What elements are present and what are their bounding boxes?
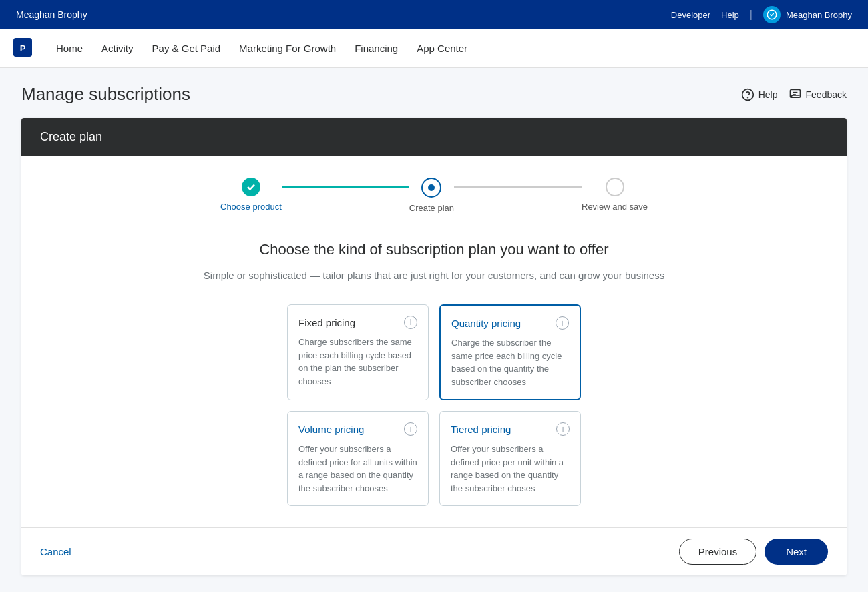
page-header: Manage subscriptions Help Feedback [21,84,847,105]
pricing-card-tiered[interactable]: Tiered pricing i Offer your subscribers … [439,411,581,506]
step-choose-product: Choose product [220,178,282,212]
paypal-logo[interactable]: P [13,38,32,59]
page-actions: Help Feedback [741,88,847,101]
nav-financing[interactable]: Financing [355,40,398,57]
plan-heading: Choose the kind of subscription plan you… [43,240,825,260]
plan-footer: Cancel Previous Next [21,527,847,575]
footer-right: Previous Next [679,539,828,565]
step-label-2: Create plan [409,203,454,213]
step-label-1: Choose product [220,202,282,212]
checkmark-icon [246,182,256,192]
volume-title: Volume pricing [298,424,364,435]
fixed-desc: Charge subscribers the same price each b… [298,336,417,388]
svg-point-3 [747,97,748,97]
plan-subheading: Simple or sophisticated — tailor plans t… [43,268,825,284]
step-review-save: Review and save [582,178,648,212]
step-label-3: Review and save [582,202,648,212]
step-active-dot [428,184,435,191]
quantity-desc: Charge the subscriber the same price eac… [451,336,569,388]
tiered-title: Tiered pricing [451,424,511,435]
nav-pay-get-paid[interactable]: Pay & Get Paid [152,40,221,57]
previous-button[interactable]: Previous [679,539,756,565]
stepper-line-2 [454,178,582,188]
line-inner-1 [282,186,409,188]
help-top-link[interactable]: Help [721,10,739,20]
create-plan-card: Create plan Choose product Crea [21,118,847,575]
feedback-icon [789,88,802,101]
cancel-button[interactable]: Cancel [40,546,71,557]
nav-home[interactable]: Home [56,40,83,57]
topbar-left: Meaghan Brophy [16,9,87,20]
stepper-line-1 [282,178,409,188]
fixed-title: Fixed pricing [298,317,355,328]
volume-desc: Offer your subscribers a defined price f… [298,442,417,495]
step-create-plan: Create plan [409,178,454,213]
quantity-title: Quantity pricing [451,318,521,329]
page-title: Manage subscriptions [21,84,190,105]
svg-text:P: P [20,43,26,53]
topbar-right: Developer Help | Meaghan Brophy [671,6,852,23]
pricing-grid: Fixed pricing i Charge subscribers the s… [287,304,581,506]
pricing-card-volume[interactable]: Volume pricing i Offer your subscribers … [287,411,429,506]
pricing-card-quantity[interactable]: Quantity pricing i Charge the subscriber… [439,304,581,400]
paypal-logo-icon: P [13,38,32,57]
help-button[interactable]: Help [741,88,778,101]
nav-activity[interactable]: Activity [101,40,134,57]
navbar: P Home Activity Pay & Get Paid Marketing… [0,29,868,68]
fixed-header-row: Fixed pricing i [298,316,417,329]
developer-link[interactable]: Developer [671,10,710,20]
volume-header-row: Volume pricing i [298,422,417,436]
stepper: Choose product Create plan Review and sa… [220,156,648,224]
plan-body: Choose the kind of subscription plan you… [21,224,847,506]
create-plan-header: Create plan [21,118,847,156]
step-circle-1 [242,178,260,196]
feedback-button[interactable]: Feedback [789,88,847,101]
page-container: Manage subscriptions Help Feedback [0,68,868,575]
topbar-username: Meaghan Brophy [16,9,87,20]
topbar: Meaghan Brophy Developer Help | Meaghan … [0,0,868,29]
nav-marketing-growth[interactable]: Marketing For Growth [239,40,336,57]
checkmark-badge-icon [766,9,778,21]
line-inner-2 [454,186,582,188]
step-circle-3 [606,178,624,196]
quantity-info-icon[interactable]: i [556,316,569,330]
volume-info-icon[interactable]: i [404,422,417,436]
topbar-divider: | [750,9,752,21]
tiered-desc: Offer your subscribers a defined price p… [451,442,570,495]
next-button[interactable]: Next [765,539,828,565]
nav-app-center[interactable]: App Center [417,40,467,57]
topbar-user: Meaghan Brophy [763,6,852,23]
topbar-avatar [763,6,781,23]
tiered-header-row: Tiered pricing i [451,422,570,436]
tiered-info-icon[interactable]: i [556,422,570,436]
pricing-card-fixed[interactable]: Fixed pricing i Charge subscribers the s… [287,304,429,400]
help-icon [741,88,754,101]
quantity-header-row: Quantity pricing i [451,316,569,330]
topbar-user-name: Meaghan Brophy [786,10,852,20]
feedback-label: Feedback [806,89,847,100]
fixed-info-icon[interactable]: i [404,316,417,329]
step-circle-2 [421,178,441,198]
help-label: Help [758,89,778,100]
